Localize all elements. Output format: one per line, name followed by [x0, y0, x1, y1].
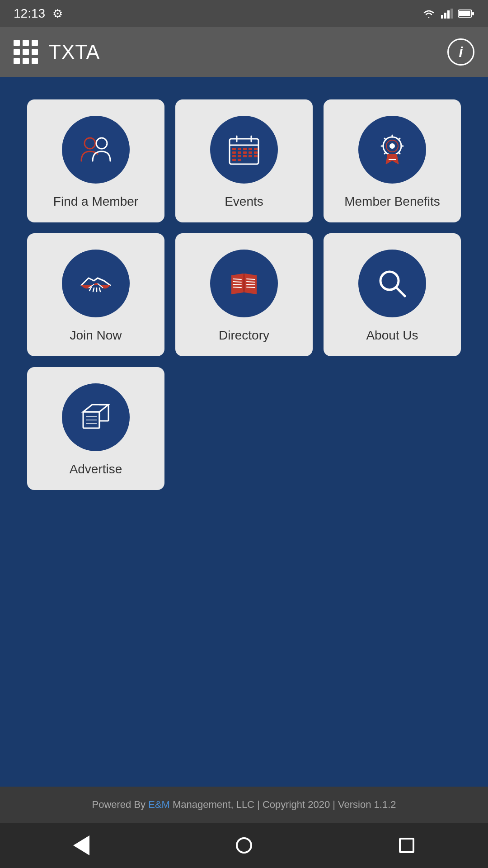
book-icon — [226, 265, 262, 302]
events-label: Events — [225, 194, 263, 209]
svg-line-40 — [233, 282, 241, 282]
find-member-icon-circle — [62, 116, 130, 184]
about-us-label: About Us — [366, 328, 418, 343]
home-button[interactable] — [226, 827, 262, 863]
svg-rect-19 — [238, 151, 241, 154]
settings-icon: ⚙ — [52, 7, 63, 21]
app-title: TXTA — [49, 41, 100, 63]
grid-menu-icon[interactable] — [14, 40, 38, 64]
find-member-label: Find a Member — [53, 194, 138, 209]
svg-rect-16 — [249, 148, 252, 150]
svg-point-8 — [96, 138, 107, 149]
bottom-nav — [0, 823, 488, 868]
svg-rect-29 — [238, 159, 241, 161]
svg-line-35 — [247, 279, 255, 279]
svg-rect-3 — [450, 9, 453, 19]
svg-rect-2 — [447, 10, 450, 19]
svg-line-38 — [247, 287, 255, 288]
award-icon — [374, 132, 410, 168]
info-button[interactable]: i — [447, 38, 474, 66]
svg-rect-17 — [254, 148, 258, 150]
join-now-label: Join Now — [70, 328, 122, 343]
member-benefits-icon-circle — [358, 116, 426, 184]
footer-powered-by: Powered By — [92, 799, 148, 810]
status-bar: 12:13 ⚙ — [0, 0, 488, 27]
svg-line-39 — [233, 279, 241, 279]
join-now-tile[interactable]: Join Now — [27, 233, 164, 356]
svg-point-32 — [389, 143, 395, 149]
directory-icon-circle — [210, 250, 278, 317]
about-us-icon-circle — [358, 250, 426, 317]
advertise-label: Advertise — [70, 462, 122, 476]
svg-rect-6 — [472, 12, 474, 15]
advertise-icon-circle — [62, 383, 130, 451]
footer-text: Powered By E&M Management, LLC | Copyrig… — [92, 799, 396, 811]
events-tile[interactable]: Events — [175, 99, 313, 222]
svg-point-7 — [84, 138, 95, 149]
svg-rect-26 — [249, 155, 252, 157]
svg-rect-25 — [243, 155, 247, 157]
directory-label: Directory — [219, 328, 269, 343]
footer-rest: Management, LLC | Copyright 2020 | Versi… — [170, 799, 396, 810]
signal-icon — [441, 9, 453, 19]
events-icon-circle — [210, 116, 278, 184]
svg-rect-21 — [249, 151, 252, 154]
svg-line-36 — [247, 282, 255, 282]
calendar-icon — [226, 132, 262, 168]
svg-rect-15 — [243, 148, 247, 150]
svg-rect-28 — [232, 159, 236, 161]
svg-line-37 — [247, 284, 255, 285]
svg-rect-18 — [232, 151, 236, 154]
svg-rect-23 — [232, 155, 236, 157]
directory-tile[interactable]: Directory — [175, 233, 313, 356]
svg-line-42 — [233, 287, 241, 288]
svg-rect-14 — [238, 148, 241, 150]
people-icon — [78, 132, 114, 168]
member-benefits-tile[interactable]: Member Benefits — [324, 99, 461, 222]
svg-line-41 — [233, 284, 241, 285]
find-member-tile[interactable]: Find a Member — [27, 99, 164, 222]
wifi-icon — [422, 9, 436, 19]
tile-grid: Find a Member — [27, 99, 461, 356]
about-us-tile[interactable]: About Us — [324, 233, 461, 356]
back-button[interactable] — [63, 827, 99, 863]
app-bar: TXTA i — [0, 27, 488, 77]
advertise-tile[interactable]: Advertise — [27, 367, 164, 490]
footer: Powered By E&M Management, LLC | Copyrig… — [0, 787, 488, 823]
svg-rect-20 — [243, 151, 247, 154]
svg-rect-13 — [232, 148, 236, 150]
member-benefits-label: Member Benefits — [344, 194, 440, 209]
box-icon — [78, 399, 114, 435]
handshake-icon — [78, 265, 114, 302]
svg-rect-0 — [441, 15, 443, 19]
svg-marker-46 — [83, 405, 108, 412]
status-icons — [422, 9, 474, 19]
status-time: 12:13 — [14, 6, 45, 21]
recents-button[interactable] — [389, 827, 425, 863]
main-content: Find a Member — [0, 77, 488, 787]
svg-rect-1 — [444, 13, 446, 19]
footer-em: E&M — [148, 799, 170, 810]
svg-line-44 — [396, 287, 405, 296]
battery-icon — [458, 9, 474, 19]
search-icon — [374, 265, 410, 302]
svg-rect-27 — [254, 155, 258, 157]
svg-rect-5 — [459, 11, 470, 16]
svg-rect-22 — [254, 151, 258, 154]
svg-rect-24 — [238, 155, 241, 157]
join-now-icon-circle — [62, 250, 130, 317]
